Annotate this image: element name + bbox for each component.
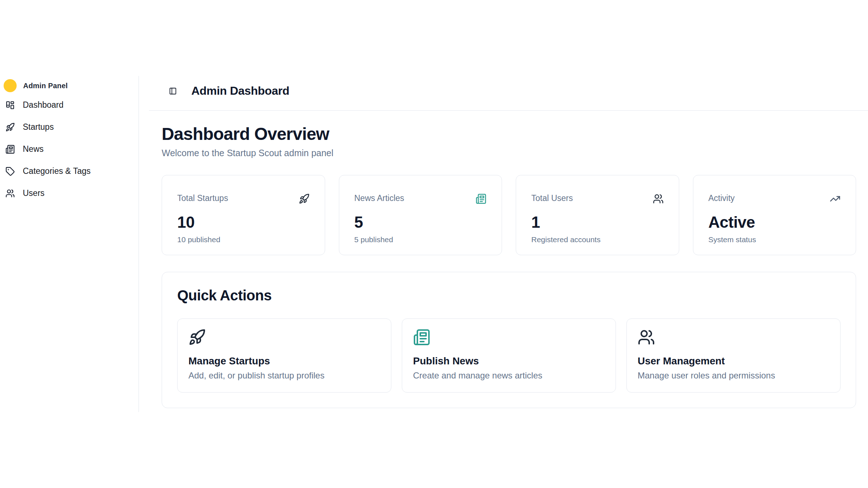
sidebar-item-label: Dashboard (23, 100, 64, 110)
quick-action-title: Manage Startups (188, 355, 380, 367)
stat-sub: 5 published (354, 235, 487, 244)
quick-action-desc: Manage user roles and permissions (638, 371, 829, 381)
stat-card-total-startups: Total Startups 10 10 published (162, 175, 325, 255)
sidebar-nav: Dashboard Startups News Categories & Tag… (0, 94, 139, 204)
users-icon (5, 189, 15, 198)
stat-sub: Registered accounts (531, 235, 664, 244)
quick-action-title: User Management (638, 355, 829, 367)
users-icon (653, 193, 664, 204)
sidebar-item-startups[interactable]: Startups (0, 116, 139, 138)
main-content: Dashboard Overview Welcome to the Startu… (162, 111, 856, 408)
stat-value: 1 (531, 214, 664, 231)
stat-sub: 10 published (177, 235, 310, 244)
page-title: Admin Dashboard (191, 84, 289, 98)
users-icon (638, 329, 655, 346)
sidebar-item-label: Users (23, 188, 44, 198)
layout-dashboard-icon (5, 100, 15, 110)
newspaper-icon (413, 329, 430, 346)
rocket-icon (5, 123, 15, 132)
sidebar: Admin Panel Dashboard Startups News Cate… (0, 76, 139, 412)
quick-action-manage-startups[interactable]: Manage Startups Add, edit, or publish st… (177, 318, 391, 393)
newspaper-icon (476, 193, 486, 204)
sidebar-item-label: Startups (23, 122, 54, 132)
quick-action-desc: Add, edit, or publish startup profiles (188, 371, 380, 381)
sidebar-toggle-button[interactable] (169, 87, 177, 95)
stats-grid: Total Startups 10 10 published News Arti… (162, 175, 856, 255)
quick-actions-grid: Manage Startups Add, edit, or publish st… (177, 318, 841, 393)
overview-subtitle: Welcome to the Startup Scout admin panel (162, 147, 856, 158)
quick-action-publish-news[interactable]: Publish News Create and manage news arti… (402, 318, 616, 393)
stat-value: 10 (177, 214, 310, 231)
stat-sub: System status (709, 235, 841, 244)
sidebar-item-categories-tags[interactable]: Categories & Tags (0, 160, 139, 182)
stat-card-total-users: Total Users 1 Registered accounts (516, 175, 679, 255)
sidebar-item-label: News (23, 144, 44, 154)
panel-left-icon (169, 87, 177, 95)
stat-label: Activity (709, 193, 735, 203)
rocket-icon (299, 193, 310, 204)
tag-icon (5, 167, 15, 176)
brand-label: Admin Panel (23, 82, 68, 90)
stat-label: Total Users (531, 193, 573, 203)
stat-label: Total Startups (177, 193, 228, 203)
sidebar-item-dashboard[interactable]: Dashboard (0, 94, 139, 116)
overview-title: Dashboard Overview (162, 124, 856, 145)
quick-action-desc: Create and manage news articles (413, 371, 605, 381)
rocket-icon (188, 329, 206, 346)
quick-actions-card: Quick Actions Manage Startups Add, edit,… (162, 272, 856, 408)
quick-action-title: Publish News (413, 355, 605, 367)
sidebar-item-users[interactable]: Users (0, 182, 139, 204)
sidebar-item-news[interactable]: News (0, 138, 139, 160)
trending-up-icon (830, 193, 841, 204)
stat-label: News Articles (354, 193, 404, 203)
newspaper-icon (5, 145, 15, 154)
brand: Admin Panel (0, 77, 139, 94)
sidebar-item-label: Categories & Tags (23, 166, 91, 176)
stat-value: Active (709, 214, 841, 231)
stat-card-activity: Activity Active System status (693, 175, 856, 255)
brand-logo-circle (4, 79, 17, 92)
quick-actions-title: Quick Actions (177, 287, 841, 304)
topbar: Admin Dashboard (149, 76, 868, 111)
quick-action-user-management[interactable]: User Management Manage user roles and pe… (626, 318, 841, 393)
stat-value: 5 (354, 214, 487, 231)
stat-card-news-articles: News Articles 5 5 published (339, 175, 502, 255)
